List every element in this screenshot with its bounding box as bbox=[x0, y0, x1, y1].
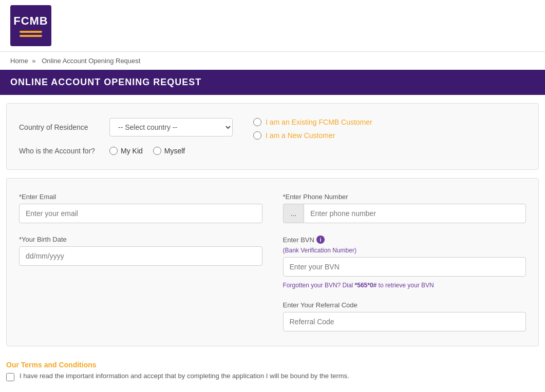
breadcrumb-home[interactable]: Home bbox=[10, 57, 28, 65]
bvn-forgotten: Forgotten your BVN? Dial *565*0# to retr… bbox=[283, 282, 527, 289]
country-label: Country of Residence bbox=[19, 123, 101, 131]
form-section-2: *Enter Email *Enter Phone Number ... *Yo… bbox=[6, 178, 539, 346]
logo-line-2 bbox=[20, 35, 42, 37]
existing-customer-label: I am an Existing FCMB Customer bbox=[266, 118, 372, 126]
section1-left: Country of Residence -- Select country -… bbox=[19, 118, 233, 155]
radio-myself-input[interactable] bbox=[153, 147, 161, 155]
radio-myself-label: Myself bbox=[164, 147, 185, 155]
phone-row: ... bbox=[283, 204, 527, 223]
radio-my-kid[interactable]: My Kid bbox=[109, 147, 143, 155]
logo-lines bbox=[20, 31, 42, 37]
breadcrumb-current: Online Account Opening Request bbox=[42, 57, 140, 65]
terms-title: Our Terms and Conditions bbox=[6, 361, 539, 369]
account-for-label: Who is the Account for? bbox=[19, 147, 101, 155]
page-title-bar: ONLINE ACCOUNT OPENING REQUEST bbox=[0, 70, 545, 95]
radio-my-kid-label: My Kid bbox=[121, 147, 143, 155]
bvn-forgotten-suffix: to retrieve your BVN bbox=[377, 282, 434, 289]
page-title: ONLINE ACCOUNT OPENING REQUEST bbox=[10, 77, 201, 87]
new-customer-label: I am a New Customer bbox=[266, 131, 335, 140]
section2-grid: *Enter Email *Enter Phone Number ... *Yo… bbox=[19, 193, 526, 331]
account-for-field-row: Who is the Account for? My Kid Myself bbox=[19, 147, 233, 155]
birthdate-label: *Your Birth Date bbox=[19, 236, 262, 243]
header: FCMB bbox=[0, 0, 545, 52]
email-field: *Enter Email bbox=[19, 193, 262, 223]
account-for-radio-group: My Kid Myself bbox=[109, 147, 185, 155]
birthdate-field: *Your Birth Date bbox=[19, 236, 262, 289]
bvn-field: Enter BVN i (Bank Verification Number) F… bbox=[283, 236, 527, 289]
phone-code-button[interactable]: ... bbox=[283, 204, 304, 223]
email-input[interactable] bbox=[19, 204, 262, 223]
logo: FCMB bbox=[10, 5, 51, 46]
phone-input[interactable] bbox=[304, 204, 526, 223]
bvn-forgotten-code: *565*0# bbox=[355, 282, 377, 289]
new-customer-option[interactable]: I am a New Customer bbox=[253, 131, 372, 140]
referral-label: Enter Your Referral Code bbox=[283, 301, 527, 309]
bvn-forgotten-text: Forgotten your BVN? Dial bbox=[283, 282, 355, 289]
bvn-label-row: Enter BVN i bbox=[283, 236, 527, 244]
birthdate-input[interactable] bbox=[19, 246, 262, 266]
form-section-1: Country of Residence -- Select country -… bbox=[6, 103, 539, 170]
new-customer-radio[interactable] bbox=[253, 131, 261, 140]
email-label: *Enter Email bbox=[19, 193, 262, 201]
existing-customer-option[interactable]: I am an Existing FCMB Customer bbox=[253, 118, 372, 126]
terms-section: Our Terms and Conditions I have read the… bbox=[6, 355, 539, 387]
radio-my-kid-input[interactable] bbox=[109, 147, 118, 155]
logo-text: FCMB bbox=[13, 14, 48, 28]
radio-myself[interactable]: Myself bbox=[153, 147, 185, 155]
breadcrumb-separator: » bbox=[32, 57, 35, 65]
phone-label: *Enter Phone Number bbox=[283, 193, 527, 201]
bvn-label: Enter BVN bbox=[283, 236, 314, 244]
phone-field: *Enter Phone Number ... bbox=[283, 193, 527, 223]
bvn-input[interactable] bbox=[283, 257, 527, 277]
empty-cell bbox=[19, 301, 262, 331]
terms-row: I have read the important information an… bbox=[6, 372, 539, 381]
referral-input[interactable] bbox=[283, 312, 527, 331]
logo-line-1 bbox=[20, 31, 42, 33]
bvn-sub-label: (Bank Verification Number) bbox=[283, 247, 527, 254]
terms-text: I have read the important information an… bbox=[20, 372, 349, 380]
bvn-info-icon[interactable]: i bbox=[316, 236, 325, 244]
existing-customer-radio[interactable] bbox=[253, 118, 261, 126]
breadcrumb: Home » Online Account Opening Request bbox=[0, 52, 545, 70]
section1-right: I am an Existing FCMB Customer I am a Ne… bbox=[253, 118, 372, 140]
country-select[interactable]: -- Select country -- bbox=[109, 118, 233, 136]
referral-field: Enter Your Referral Code bbox=[283, 301, 527, 331]
terms-checkbox[interactable] bbox=[6, 373, 14, 381]
country-field-row: Country of Residence -- Select country -… bbox=[19, 118, 233, 136]
